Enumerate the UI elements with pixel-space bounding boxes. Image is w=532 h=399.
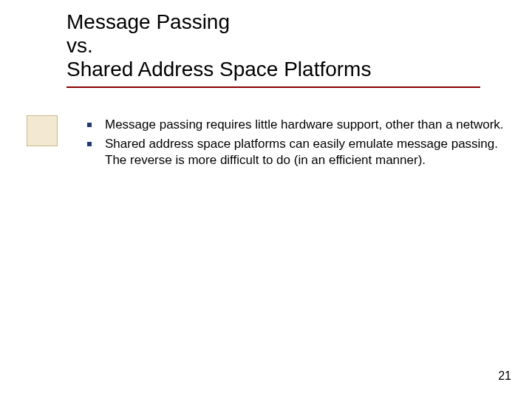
square-bullet-icon xyxy=(87,142,92,146)
title-line-2: vs. xyxy=(66,34,480,58)
slide-title: Message Passing vs. Shared Address Space… xyxy=(66,10,480,88)
list-item: Message passing requires little hardware… xyxy=(87,117,508,133)
accent-square-icon xyxy=(27,115,58,146)
bullet-text: Shared address space platforms can easil… xyxy=(105,136,508,168)
list-item: Shared address space platforms can easil… xyxy=(87,136,508,168)
page-number: 21 xyxy=(498,369,511,383)
title-underline xyxy=(66,86,480,88)
bullet-list: Message passing requires little hardware… xyxy=(87,117,508,171)
slide: Message Passing vs. Shared Address Space… xyxy=(0,0,532,399)
title-line-3: Shared Address Space Platforms xyxy=(66,58,480,81)
bullet-text: Message passing requires little hardware… xyxy=(105,117,504,133)
title-line-1: Message Passing xyxy=(66,10,480,34)
square-bullet-icon xyxy=(87,123,92,127)
